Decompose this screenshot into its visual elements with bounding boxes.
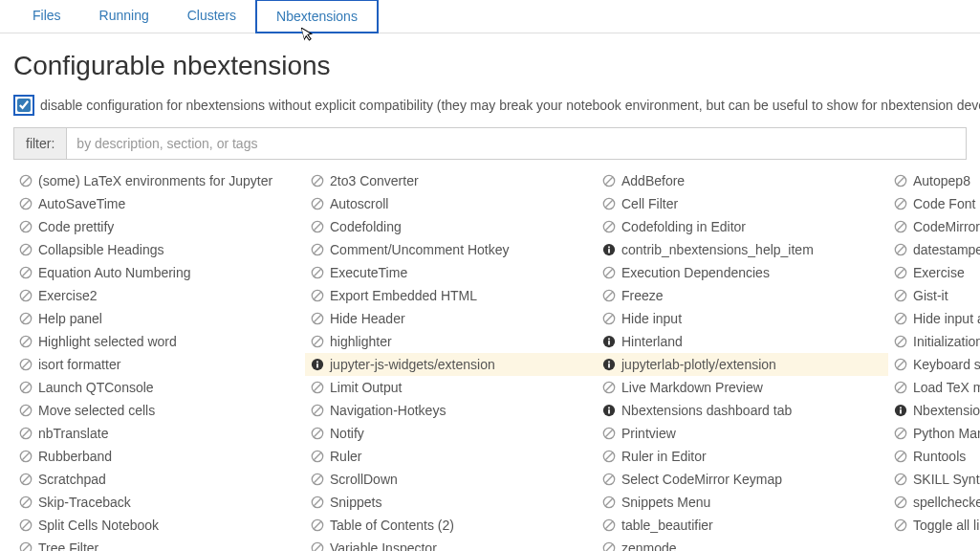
svg-line-65	[897, 338, 904, 344]
extension-item[interactable]: Collapsible Headings	[13, 238, 305, 261]
extension-item[interactable]: Cell Filter	[597, 192, 888, 215]
disabled-icon	[311, 174, 324, 187]
svg-line-105	[314, 452, 320, 459]
extension-item[interactable]: Python Mar	[888, 422, 980, 445]
extension-item[interactable]: Hide input	[597, 307, 888, 330]
extension-item[interactable]: Comment/Uncomment Hotkey	[305, 238, 597, 261]
disabled-icon	[311, 496, 324, 509]
disabled-icon	[19, 243, 33, 256]
extension-label: Select CodeMirror Keymap	[621, 472, 782, 487]
extension-item[interactable]: Freeze	[597, 284, 888, 307]
svg-line-5	[605, 177, 612, 184]
extension-item[interactable]: datestampe	[888, 238, 980, 261]
svg-line-125	[897, 498, 904, 505]
tab-running[interactable]: Running	[80, 0, 168, 33]
extension-item[interactable]: Autopep8	[888, 169, 980, 192]
extension-item[interactable]: AddBefore	[597, 169, 888, 192]
extension-item[interactable]: SKILL Synt	[888, 468, 980, 491]
disabled-icon	[19, 496, 33, 509]
extension-item[interactable]: Highlight selected word	[13, 330, 305, 353]
svg-line-27	[314, 246, 320, 253]
svg-line-127	[22, 521, 29, 528]
extension-item[interactable]: table_beautifier	[597, 514, 888, 537]
extension-item[interactable]: Export Embedded HTML	[305, 284, 597, 307]
extension-label: Comment/Uncomment Hotkey	[330, 242, 510, 257]
extension-label: highlighter	[330, 334, 392, 349]
extension-label: Hide input a	[913, 311, 980, 326]
extension-item[interactable]: Rubberband	[13, 445, 305, 468]
extension-item[interactable]: Launch QTConsole	[13, 376, 305, 399]
extension-item[interactable]: Load TeX m	[888, 376, 980, 399]
extension-item[interactable]: Variable Inspector	[305, 537, 597, 551]
extension-item[interactable]: 2to3 Converter	[305, 169, 597, 192]
extension-label: Hide Header	[330, 311, 405, 326]
extension-label: Code Font S	[913, 196, 980, 211]
extension-item[interactable]: Toggle all li	[888, 514, 980, 537]
extension-item[interactable]: Tree Filter	[13, 537, 305, 551]
extension-item[interactable]: Notify	[305, 422, 597, 445]
compat-checkbox[interactable]	[17, 99, 31, 112]
extension-item[interactable]: isort formatter	[13, 353, 305, 376]
extension-item[interactable]: Equation Auto Numbering	[13, 261, 305, 284]
extension-item[interactable]: Ruler	[305, 445, 597, 468]
extension-item[interactable]: Hinterland	[597, 330, 888, 353]
extension-item[interactable]: Keyboard s	[888, 353, 980, 376]
extension-item[interactable]: Runtools	[888, 445, 980, 468]
extension-item[interactable]: Code prettify	[13, 215, 305, 238]
extension-item[interactable]: Codefolding in Editor	[597, 215, 888, 238]
extension-item[interactable]: jupyter-js-widgets/extension	[305, 353, 597, 376]
extension-item[interactable]: jupyterlab-plotly/extension	[597, 353, 888, 376]
extension-item[interactable]: Hide Header	[305, 307, 597, 330]
extension-item[interactable]: Execution Dependencies	[597, 261, 888, 284]
extension-item[interactable]: Nbextensio	[888, 399, 980, 422]
extension-item[interactable]: Codefolding	[305, 215, 597, 238]
extension-item[interactable]: (some) LaTeX environments for Jupyter	[13, 169, 305, 192]
disabled-icon	[19, 220, 33, 233]
extension-item[interactable]: Hide input a	[888, 307, 980, 330]
extension-item[interactable]: Live Markdown Preview	[597, 376, 888, 399]
svg-rect-29	[608, 249, 610, 253]
extension-item[interactable]: Snippets	[305, 491, 597, 514]
extension-item[interactable]: contrib_nbextensions_help_item	[597, 238, 888, 261]
extension-item[interactable]: nbTranslate	[13, 422, 305, 445]
extension-item[interactable]: Scratchpad	[13, 468, 305, 491]
tab-nbextensions[interactable]: Nbextensions	[255, 0, 379, 33]
extension-item[interactable]: Table of Contents (2)	[305, 514, 597, 537]
extension-item[interactable]: Navigation-Hotkeys	[305, 399, 597, 422]
extension-label: SKILL Synt	[913, 472, 980, 487]
extension-item[interactable]: highlighter	[305, 330, 597, 353]
extension-item[interactable]: Exercise2	[13, 284, 305, 307]
tab-files[interactable]: Files	[13, 0, 80, 33]
extension-item[interactable]: zenmode	[597, 537, 888, 551]
extension-item[interactable]: Snippets Menu	[597, 491, 888, 514]
disabled-icon	[602, 496, 616, 509]
extension-item[interactable]: Printview	[597, 422, 888, 445]
extension-item[interactable]: Limit Output	[305, 376, 597, 399]
extension-item[interactable]: Initialization	[888, 330, 980, 353]
extension-item[interactable]: Nbextensions dashboard tab	[597, 399, 888, 422]
disabled-icon	[311, 404, 324, 417]
extension-item[interactable]: ExecuteTime	[305, 261, 597, 284]
extension-item[interactable]: Autoscroll	[305, 192, 597, 215]
extension-item[interactable]: Ruler in Editor	[597, 445, 888, 468]
extension-item[interactable]: Exercise	[888, 261, 980, 284]
extension-item[interactable]: Skip-Traceback	[13, 491, 305, 514]
extension-item[interactable]: spellchecke	[888, 491, 980, 514]
extension-item[interactable]: Select CodeMirror Keymap	[597, 468, 888, 491]
extension-item[interactable]: AutoSaveTime	[13, 192, 305, 215]
extension-item[interactable]: Help panel	[13, 307, 305, 330]
extension-item[interactable]: Gist-it	[888, 284, 980, 307]
extension-item[interactable]: ScrollDown	[305, 468, 597, 491]
filter-input[interactable]	[67, 128, 966, 159]
tab-clusters[interactable]: Clusters	[168, 0, 255, 33]
extension-item[interactable]: Split Cells Notebook	[13, 514, 305, 537]
extension-item[interactable]: CodeMirror	[888, 215, 980, 238]
extension-item[interactable]: Code Font S	[888, 192, 980, 215]
extension-label: Skip-Traceback	[38, 495, 131, 510]
extension-item[interactable]: Move selected cells	[13, 399, 305, 422]
svg-line-21	[605, 223, 612, 230]
extension-label: Nbextensions dashboard tab	[621, 403, 792, 418]
extension-label: Rubberband	[38, 449, 112, 464]
svg-line-137	[314, 544, 320, 551]
disabled-icon	[19, 289, 33, 302]
